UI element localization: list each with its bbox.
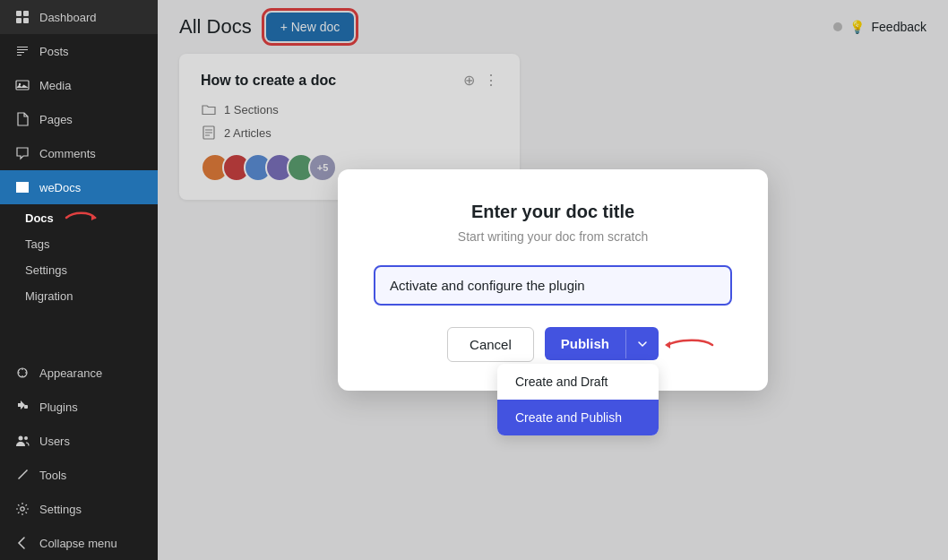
svg-marker-13 [665,341,670,349]
sidebar: Dashboard Posts Media Pages [0,0,158,560]
sidebar-item-label: Media [39,79,71,92]
sidebar-item-settings[interactable]: Settings [0,492,158,526]
sidebar-item-collapse[interactable]: Collapse menu [0,526,158,560]
sidebar-item-tools[interactable]: Tools [0,458,158,492]
sidebar-item-appearance[interactable]: Appearance [0,356,158,390]
sidebar-item-label: Dashboard [39,11,97,24]
create-draft-item[interactable]: Create and Draft [497,364,659,400]
sidebar-item-label: weDocs [39,181,81,194]
chevron-down-icon[interactable] [625,330,659,358]
settings-icon [14,501,30,517]
svg-rect-1 [23,11,29,16]
sidebar-item-dashboard[interactable]: Dashboard [0,0,158,34]
svg-point-11 [21,507,24,511]
sidebar-submenu-tags[interactable]: Tags [0,231,158,257]
tags-label: Tags [25,237,49,251]
comments-icon [14,145,30,161]
settings-label: Settings [25,263,67,277]
create-publish-item[interactable]: Create and Publish [497,400,659,435]
modal: Enter your doc title Start writing your … [338,169,768,391]
sidebar-item-plugins[interactable]: Plugins [0,390,158,424]
sidebar-item-label: Collapse menu [39,537,117,550]
svg-rect-8 [24,405,28,409]
docs-submenu-label: Docs [25,211,54,225]
svg-rect-2 [16,18,22,23]
publish-dropdown: Create and Draft Create and Publish [497,364,659,435]
plugins-icon [14,399,30,415]
main-content: All Docs + New doc 💡 Feedback How to cre… [158,0,948,560]
sidebar-item-pages[interactable]: Pages [0,102,158,136]
sidebar-item-label: Users [39,435,70,448]
sidebar-submenu-settings[interactable]: Settings [0,257,158,283]
posts-icon [14,43,30,59]
publish-red-arrow [663,334,717,356]
sidebar-item-media[interactable]: Media [0,68,158,102]
sidebar-item-label: Tools [39,469,66,482]
sidebar-item-label: Plugins [39,401,78,414]
sidebar-item-comments[interactable]: Comments [0,136,158,170]
doc-title-input[interactable] [374,265,732,306]
publish-label: Publish [545,327,625,360]
modal-overlay: Enter your doc title Start writing your … [158,0,948,560]
svg-rect-4 [16,81,29,90]
appearance-icon [14,365,30,381]
sidebar-item-posts[interactable]: Posts [0,34,158,68]
cancel-button[interactable]: Cancel [447,327,534,362]
tools-icon [14,467,30,483]
media-icon [14,77,30,93]
svg-rect-0 [16,11,22,16]
svg-rect-3 [23,18,29,23]
sidebar-submenu-docs[interactable]: Docs [0,204,158,231]
dashboard-icon [14,9,30,25]
migration-label: Migration [25,289,73,303]
sidebar-submenu-migration[interactable]: Migration [0,283,158,309]
svg-point-10 [24,436,28,440]
sidebar-item-label: Posts [39,45,69,58]
svg-point-9 [19,436,23,441]
svg-point-5 [19,83,21,85]
sidebar-item-users[interactable]: Users [0,424,158,458]
docs-red-arrow [65,210,100,226]
users-icon [14,433,30,449]
pages-icon [14,111,30,127]
collapse-icon [14,535,30,551]
publish-btn-group: Publish Create and Draft Create and Publ… [545,327,659,360]
modal-title: Enter your doc title [374,202,732,222]
sidebar-item-label: Pages [39,113,73,126]
wedocs-icon [14,179,30,195]
publish-button[interactable]: Publish [545,327,659,360]
sidebar-item-label: Comments [39,147,96,160]
sidebar-submenu: Docs Tags Settings Migration [0,204,158,309]
sidebar-item-label: Settings [39,503,82,516]
sidebar-item-label: Appearance [39,366,102,380]
sidebar-item-wedocs[interactable]: weDocs [0,170,158,204]
modal-subtitle: Start writing your doc from scratch [374,229,732,244]
modal-actions: Cancel Publish Create and Draft Creat [374,327,732,362]
